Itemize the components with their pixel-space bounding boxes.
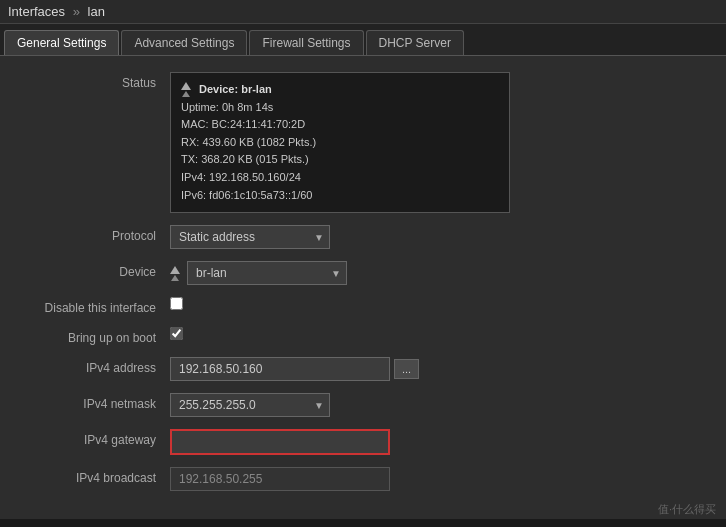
ipv4-broadcast-input[interactable] [170, 467, 390, 491]
ipv4-netmask-select-wrap: 255.255.255.0 255.255.0.0 255.0.0.0 ▼ [170, 393, 330, 417]
disable-checkbox-wrap [170, 297, 706, 310]
ipv4-addr-control: ... [170, 357, 706, 381]
status-tx: TX: 368.20 KB (015 Pkts.) [181, 151, 499, 169]
main-content: Status Device: br-lan Uptime: 0h 8m 14s … [0, 56, 726, 519]
bringup-checkbox[interactable] [170, 327, 183, 340]
ipv4-netmask-label: IPv4 netmask [20, 393, 170, 411]
protocol-select[interactable]: Static address DHCP client DHCPv6 client… [170, 225, 330, 249]
bringup-row: Bring up on boot [20, 327, 706, 345]
disable-control [170, 297, 706, 310]
ipv4-addr-input[interactable] [170, 357, 390, 381]
tab-general[interactable]: General Settings [4, 30, 119, 55]
ipv4-addr-label: IPv4 address [20, 357, 170, 375]
device-label: Device [20, 261, 170, 279]
status-row: Status Device: br-lan Uptime: 0h 8m 14s … [20, 72, 706, 213]
ipv4-gateway-row: IPv4 gateway [20, 429, 706, 455]
ipv4-gateway-control [170, 429, 706, 455]
protocol-select-wrap: Static address DHCP client DHCPv6 client… [170, 225, 330, 249]
ipv4-netmask-control: 255.255.255.0 255.255.0.0 255.0.0.0 ▼ [170, 393, 706, 417]
device-select-group: br-lan ▼ [170, 261, 706, 285]
protocol-control: Static address DHCP client DHCPv6 client… [170, 225, 706, 249]
device-select-wrap: br-lan ▼ [187, 261, 347, 285]
status-uptime: Uptime: 0h 8m 14s [181, 99, 499, 117]
status-ipv4: IPv4: 192.168.50.160/24 [181, 169, 499, 187]
title-separator: » [73, 4, 80, 19]
ipv4-broadcast-label: IPv4 broadcast [20, 467, 170, 485]
tab-firewall[interactable]: Firewall Settings [249, 30, 363, 55]
ipv4-netmask-select[interactable]: 255.255.255.0 255.255.0.0 255.0.0.0 [170, 393, 330, 417]
title-prefix: Interfaces [8, 4, 65, 19]
ipv4-netmask-row: IPv4 netmask 255.255.255.0 255.255.0.0 2… [20, 393, 706, 417]
tab-dhcp[interactable]: DHCP Server [366, 30, 464, 55]
status-mac: MAC: BC:24:11:41:70:2D [181, 116, 499, 134]
tab-advanced[interactable]: Advanced Settings [121, 30, 247, 55]
title-section: lan [88, 4, 105, 19]
status-device: Device: br-lan [199, 81, 272, 99]
device-row: Device br-lan ▼ [20, 261, 706, 285]
bringup-label: Bring up on boot [20, 327, 170, 345]
ipv4-addr-button[interactable]: ... [394, 359, 419, 379]
ipv4-broadcast-row: IPv4 broadcast [20, 467, 706, 491]
watermark: 值·什么得买 [658, 502, 716, 517]
ipv4-addr-row: IPv4 address ... [20, 357, 706, 381]
status-rx: RX: 439.60 KB (1082 Pkts.) [181, 134, 499, 152]
status-label: Status [20, 72, 170, 90]
network-device-icon [181, 82, 191, 97]
device-control: br-lan ▼ [170, 261, 706, 285]
disable-label: Disable this interface [20, 297, 170, 315]
ipv4-broadcast-control [170, 467, 706, 491]
ipv4-addr-group: ... [170, 357, 706, 381]
device-select[interactable]: br-lan [187, 261, 347, 285]
protocol-row: Protocol Static address DHCP client DHCP… [20, 225, 706, 249]
bringup-checkbox-wrap [170, 327, 706, 340]
title-bar: Interfaces » lan [0, 0, 726, 24]
bringup-control [170, 327, 706, 340]
protocol-label: Protocol [20, 225, 170, 243]
disable-checkbox[interactable] [170, 297, 183, 310]
device-network-icon [170, 266, 180, 281]
ipv4-gateway-input[interactable] [170, 429, 390, 455]
disable-row: Disable this interface [20, 297, 706, 315]
ipv4-gateway-label: IPv4 gateway [20, 429, 170, 447]
status-box: Device: br-lan Uptime: 0h 8m 14s MAC: BC… [170, 72, 706, 213]
tab-bar: General Settings Advanced Settings Firew… [0, 24, 726, 56]
status-ipv6: IPv6: fd06:1c10:5a73::1/60 [181, 187, 499, 205]
